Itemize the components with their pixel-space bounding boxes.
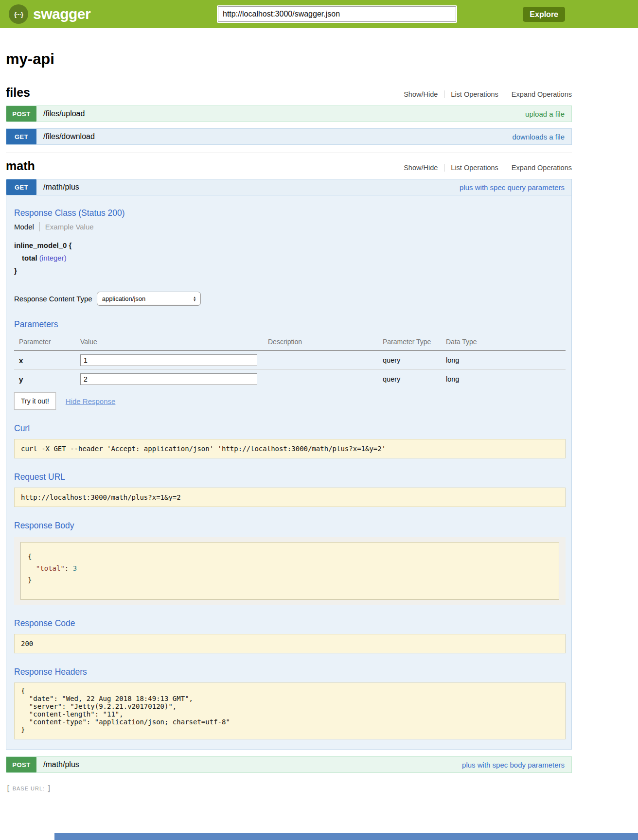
method-badge-get: GET [6,129,36,144]
parameter-x-input[interactable] [80,354,257,366]
model-open: inline_model_0 { [14,239,566,252]
method-badge-get: GET [6,179,36,195]
model-snippet: inline_model_0 { total (integer) } [14,239,566,277]
math-section-header: math Show/Hide List Operations Expand Op… [6,159,572,173]
show-hide-link[interactable]: Show/Hide [404,90,438,98]
col-description: Description [268,338,383,346]
op-path-link[interactable]: /files/download [43,132,95,141]
json-colon: : [65,564,73,572]
op-path-link[interactable]: /math/plus [43,760,79,769]
request-url-box: http://localhost:3000/math/plus?x=1&y=2 [14,488,566,507]
response-headers-line: "date": "Wed, 22 Aug 2018 18:49:13 GMT", [21,695,559,702]
op-row-post-math-plus[interactable]: POST /math/plus plus with spec body para… [6,756,572,773]
header-bar: {···} swagger Explore [0,0,638,28]
json-open-brace: { [28,551,552,562]
page-title: my-api [6,51,572,68]
parameter-name: y [19,375,80,384]
response-code-heading: Response Code [14,618,566,629]
col-parameter-type: Parameter Type [383,338,446,346]
op-expanded-content: Response Class (Status 200) Model Exampl… [6,195,572,750]
expand-operations-link[interactable]: Expand Operations [505,90,572,98]
base-url-label: BASE URL: [13,786,45,791]
op-summary-link[interactable]: upload a file [525,110,565,118]
explore-button[interactable]: Explore [523,7,565,22]
parameters-table-header: Parameter Value Description Parameter Ty… [14,334,566,351]
response-headers-line: "content-length": "11", [21,710,559,718]
bottom-bar [54,833,638,840]
math-section-controls: Show/Hide List Operations Expand Operati… [404,164,572,172]
method-badge-post: POST [6,757,36,772]
list-operations-link[interactable]: List Operations [444,164,498,172]
response-class-heading: Response Class (Status 200) [14,208,566,218]
response-content-type-row: Response Content Type application/json ▲… [14,292,566,306]
response-body-box: { "total": 3} [20,542,559,600]
brand-title: swagger [33,6,90,22]
response-headers-box: { "date": "Wed, 22 Aug 2018 18:49:13 GMT… [14,682,566,739]
op-path-link[interactable]: /math/plus [43,183,79,192]
spec-url-input[interactable] [218,6,456,22]
op-summary-link[interactable]: plus with spec query parameters [460,183,565,192]
request-url-heading: Request URL [14,472,566,482]
response-body-heading: Response Body [14,521,566,531]
model-close: } [14,264,566,277]
base-url-footer: [ BASE URL: ] [6,784,572,793]
json-total-line: "total": 3 [28,562,552,574]
json-key: "total" [28,564,65,572]
parameter-data-type: long [446,356,566,364]
expand-operations-link[interactable]: Expand Operations [505,164,572,172]
math-section-title[interactable]: math [6,159,35,173]
response-headers-line: } [21,726,559,734]
hide-response-link[interactable]: Hide Response [66,397,116,405]
parameter-row-y: y query long [14,369,566,388]
swagger-logo[interactable]: {···} swagger [9,4,90,24]
method-badge-post: POST [6,106,36,122]
try-it-out-button[interactable]: Try it out! [14,392,56,410]
swagger-logo-icon: {···} [9,4,28,24]
col-parameter: Parameter [19,338,80,346]
parameter-row-x: x query long [14,351,566,369]
op-row-get-files-download[interactable]: GET /files/download downloads a file [6,128,572,145]
response-content-type-label: Response Content Type [14,295,92,303]
model-property-name: total [22,254,37,262]
tab-model[interactable]: Model [14,223,34,231]
show-hide-link[interactable]: Show/Hide [404,164,438,172]
tab-example-value[interactable]: Example Value [45,223,94,231]
select-arrows-icon: ▲▼ [193,296,196,302]
model-tabs: Model Example Value [14,222,566,231]
op-summary-link[interactable]: plus with spec body parameters [462,761,565,769]
files-section-controls: Show/Hide List Operations Expand Operati… [404,90,572,98]
response-headers-line: "server": "Jetty(9.2.21.v20170120)", [21,702,559,710]
files-section-header: files Show/Hide List Operations Expand O… [6,86,572,100]
base-url-bracket-open: [ [6,784,11,793]
response-headers-line: "content-type": "application/json; chars… [21,718,559,726]
parameters-heading: Parameters [14,319,566,330]
parameters-table: Parameter Value Description Parameter Ty… [14,334,566,388]
col-data-type: Data Type [446,338,566,346]
section-divider [6,153,572,153]
parameter-name: x [19,356,80,365]
response-headers-line: { [21,687,559,695]
parameter-type: query [383,356,446,364]
response-headers-heading: Response Headers [14,667,566,677]
op-row-get-math-plus[interactable]: GET /math/plus plus with spec query para… [6,179,572,195]
tab-separator [39,222,40,231]
col-value: Value [80,338,268,346]
list-operations-link[interactable]: List Operations [444,90,498,98]
op-path-link[interactable]: /files/upload [43,109,85,118]
parameter-type: query [383,375,446,383]
json-close-brace: } [28,574,552,586]
files-section-title[interactable]: files [6,86,30,100]
op-summary-link[interactable]: downloads a file [512,133,565,141]
parameter-y-input[interactable] [80,373,257,385]
parameter-data-type: long [446,375,566,383]
response-content-type-select[interactable]: application/json ▲▼ [97,292,201,306]
response-code-box: 200 [14,634,566,653]
model-property: total (integer) [14,252,566,264]
op-get-math-plus: GET /math/plus plus with spec query para… [6,179,572,750]
op-row-post-files-upload[interactable]: POST /files/upload upload a file [6,105,572,122]
try-it-out-row: Try it out! Hide Response [14,392,566,410]
curl-command-box: curl -X GET --header 'Accept: applicatio… [14,439,566,458]
main-content: my-api files Show/Hide List Operations E… [6,28,572,793]
base-url-bracket-close: ] [47,784,52,793]
json-value: 3 [73,564,77,572]
